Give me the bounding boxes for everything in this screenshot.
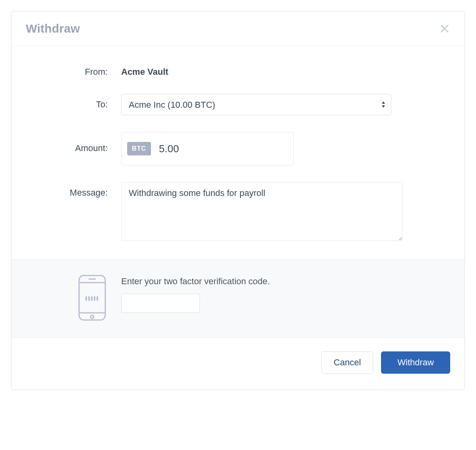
to-row: To: Acme Inc (10.00 BTC): [26, 94, 450, 115]
modal-header: Withdraw: [12, 12, 464, 46]
to-select[interactable]: Acme Inc (10.00 BTC): [121, 94, 391, 115]
twofa-section: Enter your two factor verification code.: [12, 259, 464, 338]
message-textarea[interactable]: [121, 182, 402, 241]
phone-icon: [77, 274, 108, 322]
from-label: From:: [26, 64, 121, 77]
amount-field-wrap: BTC: [121, 132, 294, 165]
amount-row: Amount: BTC: [26, 132, 450, 165]
twofa-prompt: Enter your two factor verification code.: [121, 276, 450, 287]
currency-badge: BTC: [127, 142, 151, 155]
to-label: To:: [26, 94, 121, 110]
close-button[interactable]: [439, 23, 450, 34]
amount-input[interactable]: [158, 142, 289, 155]
twofa-code-input[interactable]: [121, 294, 200, 313]
withdraw-button[interactable]: Withdraw: [381, 351, 450, 374]
message-label: Message:: [26, 182, 121, 198]
from-value: Acme Vault: [121, 64, 450, 77]
modal-body: From: Acme Vault To: Acme Inc (10.00 BTC…: [12, 46, 464, 259]
modal-title: Withdraw: [26, 22, 80, 35]
svg-point-8: [91, 315, 94, 318]
withdraw-modal: Withdraw From: Acme Vault To:: [11, 11, 465, 390]
cancel-button[interactable]: Cancel: [321, 351, 373, 374]
amount-label: Amount:: [26, 132, 121, 153]
message-row: Message:: [26, 182, 450, 243]
modal-footer: Cancel Withdraw: [12, 338, 464, 390]
from-row: From: Acme Vault: [26, 64, 450, 77]
close-icon: [439, 23, 450, 34]
